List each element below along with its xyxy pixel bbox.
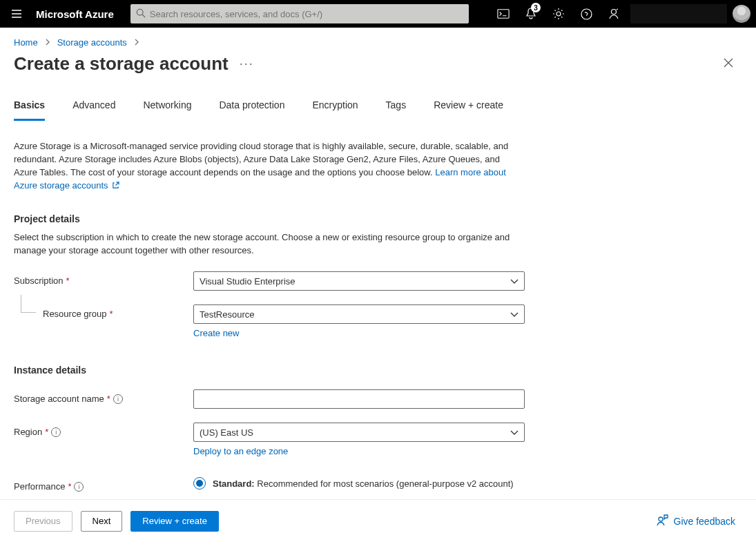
resource-group-select[interactable]: TestResource (193, 304, 525, 324)
svg-point-4 (612, 10, 617, 14)
performance-standard-radio[interactable] (193, 477, 206, 490)
chevron-down-icon (510, 309, 518, 320)
chevron-right-icon (45, 37, 50, 48)
region-value: (US) East US (200, 427, 253, 438)
avatar (733, 5, 750, 23)
storage-name-label: Storage account name * i (14, 389, 193, 404)
wizard-footer: Previous Next Review + create Give feedb… (0, 499, 756, 542)
subscription-value: Visual Studio Enterprise (200, 276, 295, 287)
subscription-select[interactable]: Visual Studio Enterprise (193, 271, 525, 291)
cloud-shell-button[interactable] (490, 0, 517, 28)
close-button[interactable] (723, 57, 734, 70)
hamburger-menu-button[interactable] (6, 8, 28, 19)
breadcrumb-storage[interactable]: Storage accounts (57, 37, 127, 48)
svg-point-3 (581, 9, 592, 19)
account-menu[interactable] (630, 0, 750, 28)
notifications-badge: 3 (531, 3, 541, 12)
info-icon[interactable]: i (113, 394, 123, 404)
content-scroll[interactable]: Basics Advanced Networking Data protecti… (0, 83, 756, 499)
required-marker: * (45, 427, 48, 437)
svg-point-0 (137, 9, 143, 15)
svg-rect-1 (498, 10, 509, 19)
tree-elbow-icon (21, 295, 36, 313)
page-title: Create a storage account (14, 53, 229, 75)
search-icon (136, 8, 146, 20)
storage-name-field[interactable] (200, 394, 518, 405)
intro-text: Azure Storage is a Microsoft-managed ser… (14, 140, 525, 193)
top-bar: Microsoft Azure 3 (0, 0, 756, 28)
next-button[interactable]: Next (81, 511, 123, 532)
required-marker: * (110, 309, 113, 319)
review-create-button[interactable]: Review + create (130, 511, 219, 532)
region-select[interactable]: (US) East US (193, 423, 525, 442)
chevron-down-icon (510, 276, 518, 287)
create-new-resource-group-link[interactable]: Create new (193, 328, 239, 338)
deploy-edge-zone-link[interactable]: Deploy to an edge zone (193, 446, 288, 456)
svg-point-5 (659, 517, 663, 521)
brand-label[interactable]: Microsoft Azure (36, 8, 114, 20)
tab-data-protection[interactable]: Data protection (219, 95, 284, 121)
notifications-button[interactable]: 3 (517, 0, 545, 28)
account-label (630, 4, 727, 23)
tab-networking[interactable]: Networking (143, 95, 191, 121)
required-marker: * (66, 275, 70, 286)
breadcrumb: Home Storage accounts (0, 28, 756, 50)
tab-basics[interactable]: Basics (14, 95, 45, 121)
settings-button[interactable] (545, 0, 572, 28)
project-details-heading: Project details (14, 213, 742, 224)
performance-standard-label: Standard: Recommended for most scenarios… (213, 478, 514, 489)
resource-group-label: Resource group * (14, 304, 193, 319)
chevron-right-icon (134, 37, 139, 48)
project-details-desc: Select the subscription in which to crea… (14, 231, 525, 258)
tab-tags[interactable]: Tags (386, 95, 407, 121)
tab-review-create[interactable]: Review + create (434, 95, 503, 121)
required-marker: * (107, 394, 110, 404)
search-input[interactable] (150, 9, 463, 19)
external-link-icon (112, 180, 119, 193)
required-marker: * (68, 481, 71, 492)
tab-advanced[interactable]: Advanced (72, 95, 115, 121)
global-search[interactable] (130, 4, 469, 23)
wizard-tabs: Basics Advanced Networking Data protecti… (14, 95, 742, 121)
person-feedback-icon (656, 514, 668, 528)
page-header: Create a storage account ··· (0, 50, 756, 81)
info-icon[interactable]: i (51, 427, 61, 437)
performance-label: Performance * i (14, 477, 193, 492)
info-icon[interactable]: i (74, 482, 84, 492)
more-actions-button[interactable]: ··· (240, 57, 254, 71)
give-feedback-link[interactable]: Give feedback (656, 514, 736, 528)
feedback-button[interactable] (600, 0, 628, 28)
breadcrumb-home[interactable]: Home (14, 37, 38, 48)
instance-details-heading: Instance details (14, 365, 742, 376)
previous-button[interactable]: Previous (14, 511, 72, 532)
help-button[interactable] (572, 0, 600, 28)
svg-point-2 (556, 12, 561, 16)
region-label: Region * i (14, 423, 193, 437)
storage-name-input[interactable] (193, 389, 525, 409)
give-feedback-label: Give feedback (674, 516, 736, 527)
chevron-down-icon (510, 427, 518, 438)
subscription-label: Subscription * (14, 271, 193, 286)
resource-group-value: TestResource (200, 309, 254, 320)
tab-encryption[interactable]: Encryption (312, 95, 358, 121)
intro-body: Azure Storage is a Microsoft-managed ser… (14, 141, 508, 177)
